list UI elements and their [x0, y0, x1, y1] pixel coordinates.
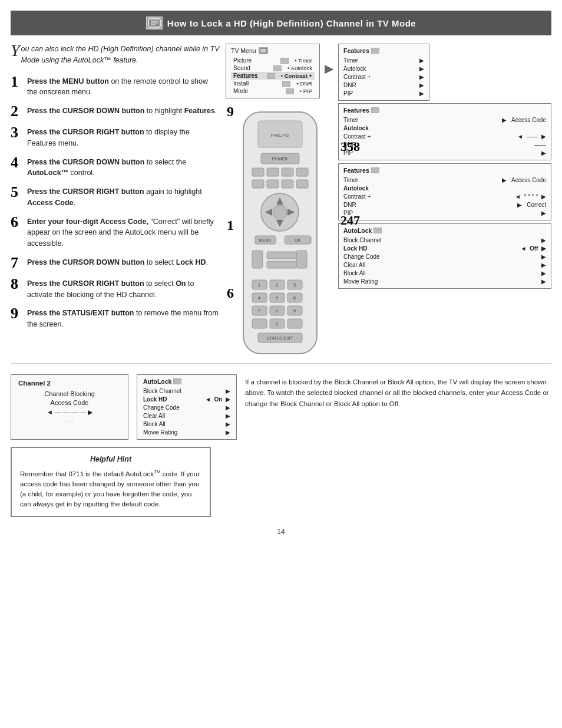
svg-text:4: 4	[258, 295, 261, 301]
tv-menu-row-features: Features • Contrast +	[231, 72, 315, 80]
step-text-8: Press the CURSOR RIGHT button to select …	[27, 276, 220, 301]
svg-text:2: 2	[276, 282, 279, 288]
features-menu-3: Features Timer▶ Access Code Autolock Con…	[338, 163, 551, 220]
svg-point-19	[273, 205, 287, 219]
f2-dnr: DNR——	[343, 140, 546, 149]
f3-autolock: Autolock	[343, 184, 546, 192]
step-number-2: 2	[11, 104, 24, 119]
f1-autolock: Autolock▶	[343, 64, 424, 73]
autolock-menu-2: AutoLock Block Channel▶ Lock HD◄ On ▶ Ch…	[137, 374, 237, 440]
page-header: How to Lock a HD (High Definition) Chann…	[11, 11, 551, 35]
f3-contrast: Contrast +◄ * * * * ▶	[343, 192, 546, 200]
svg-rect-16	[282, 180, 293, 188]
svg-text:3: 3	[293, 282, 296, 288]
al1-change-code: Change Code▶	[343, 252, 546, 261]
tv-menu-icon	[259, 47, 268, 54]
svg-rect-14	[252, 180, 264, 188]
tv-menu-title: TV Menu	[231, 47, 256, 54]
svg-text:8: 8	[276, 308, 279, 314]
autolock2-icon	[173, 378, 181, 384]
step-number-7: 7	[11, 255, 24, 271]
step-text-1: Press the MENU button on the remote cont…	[27, 74, 220, 98]
step-6: 6 Enter your four-digit Access Code, "Co…	[11, 215, 220, 249]
badge-247: 247	[340, 212, 360, 229]
step-number-5: 5	[11, 185, 24, 200]
svg-rect-50	[252, 319, 267, 328]
step-text-2: Press the CURSOR DOWN button to highligh…	[27, 104, 217, 117]
step-1: 1 Press the MENU button on the remote co…	[11, 74, 220, 98]
step-text-7: Press the CURSOR DOWN button to select L…	[27, 255, 208, 268]
svg-text:0: 0	[276, 321, 279, 327]
badge-358: 358	[340, 139, 360, 156]
svg-text:PHILIPS: PHILIPS	[271, 133, 289, 138]
svg-rect-12	[282, 168, 293, 176]
code-dots: · · ·	[18, 419, 121, 425]
screens-column: Features Timer▶ Access Code Autolock Con…	[338, 103, 551, 289]
step-9: 9 Press the STATUS/EXIT button to remove…	[11, 306, 220, 330]
step-text-6: Enter your four-digit Access Code, "Corr…	[27, 215, 220, 249]
svg-rect-29	[296, 251, 307, 268]
svg-text:POWER: POWER	[272, 157, 287, 161]
f1-pip: PIP▶	[343, 89, 424, 97]
steps-list: 1 Press the MENU button on the remote co…	[11, 74, 220, 330]
info-text: If a channel is blocked by the Block Cha…	[245, 374, 551, 440]
al2-block-all: Block All▶	[143, 420, 230, 428]
badge-9: 9	[227, 104, 234, 118]
step-number-1: 1	[11, 74, 24, 90]
step-number-3: 3	[11, 125, 24, 140]
install-icon	[282, 81, 290, 87]
remote-svg: PHILIPS POWER	[226, 103, 335, 357]
svg-rect-4	[260, 48, 267, 53]
picture-icon	[280, 58, 289, 64]
header-icon	[146, 17, 163, 29]
svg-rect-17	[296, 180, 308, 188]
left-column: You can also lock the HD (High Definitio…	[11, 44, 226, 358]
step-number-6: 6	[11, 215, 24, 230]
f1-dnr: DNR▶	[343, 81, 424, 89]
svg-rect-5	[243, 112, 317, 354]
features-menu-1: Features Timer▶ Autolock▶ Contrast +▶ DN…	[338, 44, 429, 101]
svg-rect-28	[252, 251, 263, 268]
tv-menu-row-install: Install • DNR	[231, 80, 315, 87]
svg-text:OK: OK	[295, 238, 300, 242]
mode-icon	[286, 88, 294, 94]
al1-block-channel: Block Channel▶	[343, 236, 546, 244]
f3-dnr: DNR▶ Correct	[343, 200, 546, 209]
step-text-3: Press the CURSOR RIGHT button to display…	[27, 125, 220, 149]
step-4: 4 Press the CURSOR DOWN button to select…	[11, 155, 220, 179]
remote-control: 9 358 247 1 6 PHILIPS POWER	[226, 103, 335, 358]
svg-rect-13	[296, 168, 308, 176]
bottom-section: Channel 2 Channel Blocking Access Code ◄…	[0, 368, 562, 440]
svg-text:MENU: MENU	[259, 238, 272, 242]
svg-rect-30	[267, 252, 296, 259]
page-title: How to Lock a HD (High Definition) Chann…	[167, 18, 416, 28]
right-column: TV Menu Picture • Timer Sound	[226, 44, 551, 358]
channel-blocking-label: Channel Blocking	[18, 390, 121, 397]
features1-icon	[371, 48, 379, 54]
f2-timer: Timer▶ Access Code	[343, 116, 546, 124]
step-3: 3 Press the CURSOR RIGHT button to displ…	[11, 125, 220, 149]
al2-lock-hd: Lock HD◄ On ▶	[143, 395, 230, 403]
hint-title: Helpful Hint	[20, 454, 201, 465]
divider	[11, 363, 551, 364]
f3-timer: Timer▶ Access Code	[343, 176, 546, 184]
svg-text:6: 6	[293, 295, 296, 301]
features2-icon	[371, 107, 379, 113]
svg-rect-11	[267, 168, 279, 176]
arrow-1: ▶	[325, 61, 333, 75]
al2-movie-rating: Movie Rating▶	[143, 428, 230, 436]
hint-text: Remember that 0711 is the default AutoLo…	[20, 469, 201, 510]
al1-lock-hd: Lock HD◄ Off ▶	[343, 244, 546, 252]
intro-text: You can also lock the HD (High Definitio…	[11, 44, 220, 66]
channel-number: Channel 2	[18, 380, 121, 387]
svg-text:5: 5	[276, 295, 279, 301]
al1-block-all: Block All▶	[343, 269, 546, 277]
step-number-8: 8	[11, 276, 24, 292]
step-text-5: Press the CURSOR RIGHT button again to h…	[27, 185, 220, 209]
step-number-4: 4	[11, 155, 24, 170]
svg-rect-53	[287, 319, 302, 328]
drop-cap: Y	[11, 44, 20, 58]
helpful-hint-box: Helpful Hint Remember that 0711 is the d…	[11, 447, 211, 517]
step-number-9: 9	[11, 306, 24, 321]
badge-1: 1	[227, 218, 234, 232]
